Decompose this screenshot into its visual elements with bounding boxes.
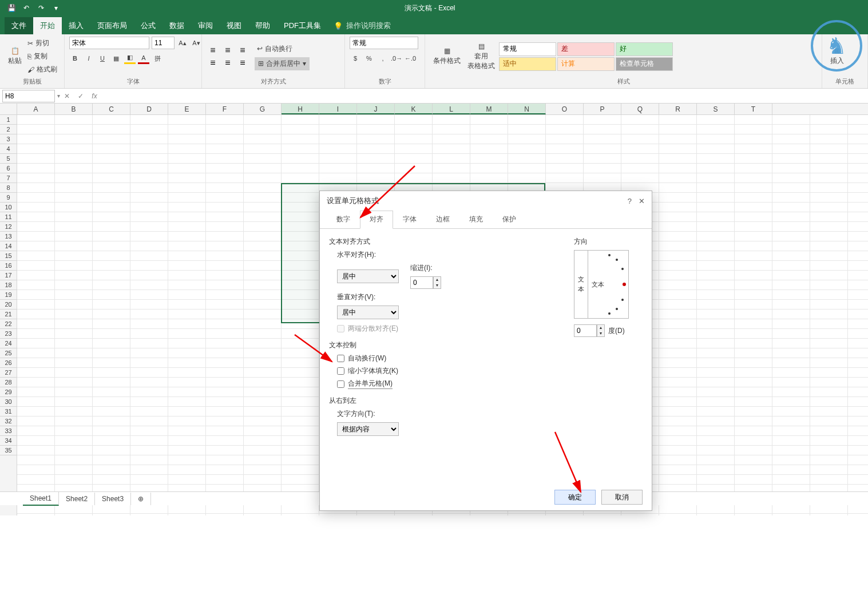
row-header[interactable]: 4 [0,144,17,154]
row-header[interactable]: 29 [0,387,17,397]
dlg-tab-font[interactable]: 字体 [393,211,426,228]
spin-down-icon[interactable]: ▼ [597,331,604,336]
comma-button[interactable]: , [377,53,389,64]
row-header[interactable]: 12 [0,222,17,232]
row-header[interactable]: 17 [0,271,17,280]
row-header[interactable]: 34 [0,436,17,446]
cell-style-normal[interactable]: 常规 [499,42,556,56]
redo-icon[interactable]: ↷ [37,3,46,13]
wrap-text-check-row[interactable]: 自动换行(W) [337,354,551,363]
border-button[interactable]: ▦ [110,53,122,64]
table-format-button[interactable]: ▤套用 表格格式 [464,40,498,73]
degree-spinner[interactable] [574,324,597,337]
merge-center-button[interactable]: ⊞合并后居中▾ [255,57,310,70]
row-header[interactable]: 14 [0,241,17,251]
row-header[interactable]: 33 [0,426,17,436]
formula-input[interactable] [101,92,868,100]
cut-button[interactable]: ✂剪切 [25,37,60,49]
row-header[interactable]: 31 [0,407,17,417]
wrap-checkbox[interactable] [337,355,344,362]
row-header[interactable]: 26 [0,358,17,368]
row-header[interactable]: 25 [0,348,17,358]
shrink-checkbox[interactable] [337,367,344,375]
align-middle-button[interactable]: ≡ [221,45,234,55]
tab-home[interactable]: 开始 [33,17,62,34]
column-header[interactable]: S [697,104,735,114]
orient-handle[interactable] [623,283,626,286]
row-header[interactable]: 21 [0,310,17,319]
column-header[interactable]: H [282,104,319,114]
row-header[interactable]: 3 [0,134,17,144]
dlg-tab-align[interactable]: 对齐 [360,211,393,229]
new-sheet-button[interactable]: ⊕ [131,493,151,505]
text-direction-select[interactable]: 根据内容 [337,422,399,436]
name-box[interactable] [2,90,55,102]
column-header[interactable]: T [735,104,772,114]
sheet-tab-1[interactable]: Sheet1 [23,492,59,506]
grow-font-button[interactable]: A▴ [177,37,188,49]
copy-button[interactable]: ⎘复制 [25,50,60,62]
column-header[interactable]: N [508,104,546,114]
align-top-button[interactable]: ≡ [207,45,219,55]
italic-button[interactable]: I [83,53,94,64]
row-header[interactable]: 16 [0,261,17,271]
spin-down-icon[interactable]: ▼ [434,283,441,288]
v-align-select[interactable]: 居中 [337,306,399,319]
row-header[interactable]: 15 [0,251,17,261]
row-header[interactable]: 13 [0,232,17,241]
dlg-tab-protect[interactable]: 保护 [493,211,526,228]
undo-icon[interactable]: ↶ [22,3,31,13]
underline-button[interactable]: U [97,53,108,64]
merge-check-row[interactable]: 合并单元格(M) [337,379,551,389]
align-right-button[interactable]: ≡ [236,58,249,68]
currency-button[interactable]: $ [350,53,361,64]
tab-layout[interactable]: 页面布局 [90,17,134,34]
inc-decimal-button[interactable]: .0→ [391,53,402,64]
row-header[interactable]: 19 [0,290,17,300]
row-header[interactable]: 24 [0,339,17,348]
tab-review[interactable]: 审阅 [191,17,220,34]
tab-view[interactable]: 视图 [220,17,248,34]
tab-formulas[interactable]: 公式 [134,17,162,34]
column-header[interactable]: O [546,104,584,114]
orientation-control[interactable]: 文 本 文本 [574,250,629,319]
fx-button[interactable]: fx [88,90,101,102]
shrink-check-row[interactable]: 缩小字体填充(K) [337,366,551,376]
row-header[interactable]: 22 [0,319,17,329]
wrap-text-button[interactable]: ↩自动换行 [255,43,310,55]
shrink-font-button[interactable]: A▾ [191,37,202,49]
dlg-tab-fill[interactable]: 填充 [459,211,493,228]
column-header[interactable]: P [584,104,621,114]
fill-color-button[interactable]: ◧ [124,53,136,64]
cell-style-neutral[interactable]: 适中 [499,57,556,71]
sheet-tab-2[interactable]: Sheet2 [59,493,95,505]
spin-up-icon[interactable]: ▲ [597,325,604,331]
cancel-formula-button[interactable]: ✕ [60,90,74,102]
row-header[interactable]: 28 [0,378,17,387]
column-header[interactable]: A [17,104,55,114]
row-header[interactable]: 30 [0,397,17,407]
cell-style-check[interactable]: 检查单元格 [616,57,673,71]
format-painter-button[interactable]: 🖌格式刷 [25,64,60,76]
row-header[interactable]: 20 [0,300,17,310]
close-icon[interactable]: ✕ [639,197,645,205]
column-header[interactable]: B [55,104,93,114]
row-header[interactable]: 6 [0,164,17,173]
column-header[interactable]: D [130,104,168,114]
cell-style-bad[interactable]: 差 [557,42,615,56]
paste-button[interactable]: 📋 粘贴 [5,45,25,68]
h-align-select[interactable]: 居中 [337,269,399,283]
qat-dropdown-icon[interactable]: ▾ [51,3,61,13]
row-header[interactable]: 18 [0,280,17,290]
row-header[interactable]: 10 [0,203,17,212]
save-icon[interactable]: 💾 [7,3,16,13]
cell-style-calc[interactable]: 计算 [557,57,615,71]
column-header[interactable]: Q [621,104,659,114]
dlg-tab-border[interactable]: 边框 [426,211,459,228]
column-header[interactable]: F [206,104,244,114]
row-header[interactable]: 35 [0,446,17,455]
dlg-tab-number[interactable]: 数字 [327,211,360,228]
column-header[interactable]: K [395,104,433,114]
row-header[interactable]: 5 [0,154,17,164]
row-header[interactable]: 32 [0,417,17,426]
